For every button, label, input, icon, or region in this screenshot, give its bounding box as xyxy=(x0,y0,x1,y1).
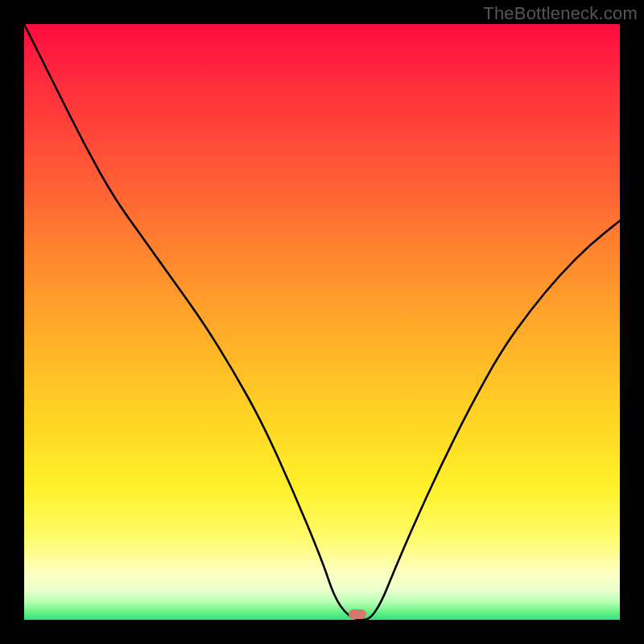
minimum-marker xyxy=(349,609,366,619)
chart-frame: TheBottleneck.com xyxy=(0,0,644,644)
plot-area xyxy=(24,24,620,620)
watermark-text: TheBottleneck.com xyxy=(483,3,638,24)
bottleneck-curve xyxy=(24,24,620,620)
